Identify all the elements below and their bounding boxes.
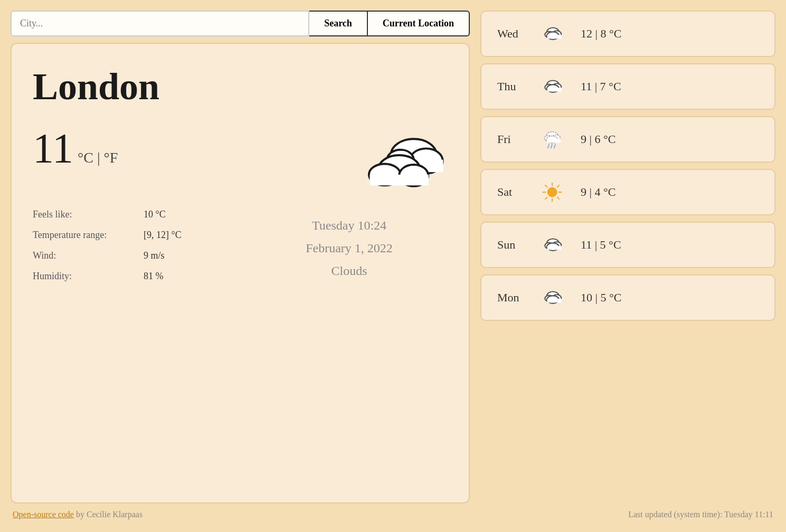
search-button[interactable]: Search [309, 11, 368, 36]
forecast-temps-sat: 9 | 4 °C [581, 185, 615, 199]
temp-range-row: Temperature range: [9, 12] °C [33, 230, 230, 241]
forecast-temps-fri: 9 | 6 °C [581, 132, 615, 146]
date-info: Tuesday 10:24 February 1, 2022 Clouds [251, 209, 448, 283]
details-section: Feels like: 10 °C Temperature range: [9,… [33, 209, 448, 291]
weather-details: Feels like: 10 °C Temperature range: [9,… [33, 209, 230, 291]
humidity-label: Humidity: [33, 271, 128, 282]
feels-like-row: Feels like: 10 °C [33, 209, 230, 220]
temperature-value: 11 [33, 125, 73, 173]
city-search-input[interactable] [11, 11, 309, 36]
svg-line-33 [557, 185, 560, 187]
weather-condition-text: Clouds [251, 260, 448, 282]
forecast-fri: Fri 9 | 6 °C [480, 116, 775, 163]
svg-rect-22 [547, 139, 561, 142]
forecast-day-sun: Sun [497, 238, 529, 252]
forecast-day-thu: Thu [497, 80, 529, 93]
forecast-icon-sat [539, 179, 565, 205]
forecast-day-sat: Sat [497, 185, 529, 199]
forecast-sat: Sat 9 | 4 °C [480, 169, 775, 215]
svg-rect-39 [547, 246, 562, 250]
forecast-temps-mon: 10 | 5 °C [581, 291, 621, 305]
forecast-thu: Thu 11 | 7 °C [480, 63, 775, 110]
search-bar: Search Current Location [11, 11, 470, 36]
open-source-link[interactable]: Open-source code [13, 510, 74, 519]
city-name: London [33, 65, 448, 109]
weather-card: London 11 °C | °F [11, 43, 470, 504]
forecast-day-fri: Fri [497, 132, 529, 146]
wind-label: Wind: [33, 250, 128, 261]
svg-rect-17 [547, 88, 562, 91]
svg-line-23 [548, 144, 549, 148]
forecast-icon-mon [539, 285, 565, 310]
humidity-row: Humidity: 81 % [33, 271, 230, 282]
wind-row: Wind: 9 m/s [33, 250, 230, 261]
wind-value: 9 m/s [144, 250, 165, 261]
svg-line-25 [554, 144, 555, 148]
temp-range-value: [9, 12] °C [144, 230, 182, 241]
forecast-icon-sun [539, 232, 565, 258]
forecast-wed: Wed 12 | 8 °C [480, 11, 775, 57]
footer: Open-source code by Cecilie Klarpaas Las… [11, 504, 775, 521]
footer-right: Last updated (system time): Tuesday 11:1… [628, 510, 773, 519]
forecast-icon-fri [539, 127, 565, 152]
forecast-day-mon: Mon [497, 291, 529, 305]
forecast-icon-wed [539, 21, 565, 46]
svg-line-24 [551, 144, 552, 148]
current-location-button[interactable]: Current Location [368, 11, 470, 36]
humidity-value: 81 % [144, 271, 164, 282]
svg-line-32 [557, 197, 560, 200]
feels-like-value: 10 °C [144, 209, 166, 220]
weather-condition-icon [363, 125, 448, 188]
forecast-temps-sun: 11 | 5 °C [581, 238, 621, 252]
date-line1: Tuesday 10:24 [251, 214, 448, 237]
footer-author: by Cecilie Klarpaas [74, 510, 143, 519]
svg-line-31 [545, 185, 547, 187]
temperature-display: 11 °C | °F [33, 125, 118, 173]
svg-line-34 [545, 197, 547, 200]
svg-rect-12 [547, 35, 562, 39]
svg-rect-44 [547, 299, 562, 302]
temperature-units: °C | °F [78, 149, 118, 166]
forecast-temps-thu: 11 | 7 °C [581, 80, 621, 93]
forecast-mon: Mon 10 | 5 °C [480, 274, 775, 321]
footer-left: Open-source code by Cecilie Klarpaas [13, 510, 143, 519]
forecast-icon-thu [539, 74, 565, 99]
feels-like-label: Feels like: [33, 209, 128, 220]
forecast-sun: Sun 11 | 5 °C [480, 222, 775, 268]
forecast-panel: Wed 12 | 8 °C Thu [480, 11, 775, 504]
forecast-day-wed: Wed [497, 27, 529, 41]
forecast-temps-wed: 12 | 8 °C [581, 27, 621, 41]
date-line2: February 1, 2022 [251, 237, 448, 260]
svg-point-26 [547, 187, 557, 197]
svg-rect-7 [370, 175, 429, 185]
temperature-row: 11 °C | °F [33, 125, 448, 188]
last-updated-text: Last updated (system time): Tuesday 11:1… [628, 510, 773, 519]
temp-range-label: Temperature range: [33, 230, 128, 241]
